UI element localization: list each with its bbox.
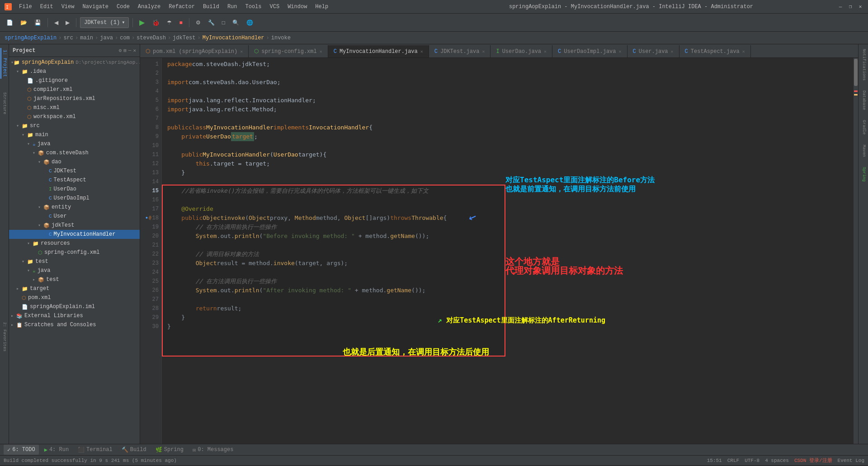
sidebar-collapse-icon[interactable]: — [128,48,132,53]
tree-item-root[interactable]: ▾ 📁 springAopExplain D:\project\springAo… [9,58,140,67]
scrollbar-thumb[interactable] [854,59,858,86]
scrollbar-vertical[interactable] [854,58,858,444]
tab-userdaoimpl[interactable]: C UserDaoImpl.java ✕ [552,45,627,57]
menu-analyze[interactable]: Analyze [134,3,164,11]
tree-item-workspace[interactable]: ⬡ workspace.xml [9,112,140,121]
right-tab-gradle[interactable]: Gradle [860,117,867,137]
tree-item-target[interactable]: ▸ 📁 target [9,284,140,293]
menu-view[interactable]: View [58,3,78,11]
status-csdn[interactable]: CSDN 登录/注册 [794,457,832,464]
tab-jdktest-close[interactable]: ✕ [482,49,485,54]
menu-vcs[interactable]: VCS [266,3,283,11]
tree-item-scratches[interactable]: ▸ 📋 Scratches and Consoles [9,320,140,329]
status-line-endings[interactable]: CRLF [727,458,739,463]
stop-button[interactable]: ■ [176,17,185,29]
close-button[interactable]: ✕ [856,3,864,11]
menu-tools[interactable]: Tools [242,3,265,11]
project-panel-icon[interactable]: 1: Project [0,48,8,79]
open-button[interactable]: 📂 [18,17,30,29]
bottom-tab-spring[interactable]: 🌿 Spring [152,445,187,455]
right-tab-spring[interactable]: Spring [860,164,867,184]
tree-item-gitignore[interactable]: 📄 .gitignore [9,76,140,85]
menu-code[interactable]: Code [113,3,133,11]
debug-button[interactable]: 🐞 [149,17,162,29]
tab-userdao[interactable]: I UserDao.java ✕ [491,45,552,57]
tree-item-ext-libs[interactable]: ▸ 📚 External Libraries [9,311,140,320]
tab-springconfig[interactable]: ⬡ spring-config.xml ✕ [249,45,328,57]
settings-button[interactable]: ⚙ [193,17,203,29]
right-tab-maven[interactable]: Maven [860,142,867,160]
menu-file[interactable]: File [15,3,36,11]
status-indent[interactable]: 4 spaces [765,458,789,463]
breadcrumb-item-src[interactable]: src [63,35,73,41]
tree-item-iml[interactable]: 📄 springAopExplain.iml [9,302,140,311]
menu-refactor[interactable]: Refactor [165,3,198,11]
tab-handler-close[interactable]: ✕ [420,49,423,54]
tree-item-pom[interactable]: ⬡ pom.xml [9,293,140,302]
menu-build[interactable]: Build [199,3,223,11]
favorites-icon[interactable]: 2: Favorites [1,320,8,353]
tab-user[interactable]: C User.java ✕ [627,45,679,57]
breadcrumb-item-invoke[interactable]: invoke [271,35,291,41]
run-with-coverage-button[interactable]: ☂ [164,17,175,29]
status-time[interactable]: 15:51 [707,458,722,463]
tree-item-springconfig[interactable]: ⬡ spring-config.xml [9,248,140,257]
tab-pom[interactable]: ⬡ pom.xml (springAopExplain) ✕ [140,45,249,57]
sidebar-close-icon[interactable]: ✕ [133,48,136,53]
tree-item-user[interactable]: C User [9,212,140,221]
breadcrumb-item-com[interactable]: com [120,35,130,41]
tree-item-test[interactable]: ▾ 📁 test [9,257,140,266]
tab-springconfig-close[interactable]: ✕ [320,49,322,54]
tree-item-test-java[interactable]: ▾ ☕ java [9,266,140,275]
run-button[interactable]: ▶ [137,17,147,29]
bottom-tab-build[interactable]: 🔨 Build [118,445,150,455]
back-button[interactable]: ◀ [52,17,61,29]
tree-item-dao[interactable]: ▾ 📦 dao [9,157,140,166]
tree-item-src[interactable]: ▾ 📁 src [9,121,140,130]
structure-icon[interactable]: Structure [1,90,8,116]
tab-user-close[interactable]: ✕ [671,49,674,54]
menu-edit[interactable]: Edit [37,3,57,11]
menu-navigate[interactable]: Navigate [79,3,112,11]
tree-item-test-test[interactable]: ▸ 📦 test [9,275,140,284]
tree-item-resources[interactable]: ▾ 📁 resources [9,239,140,248]
tree-item-userdao[interactable]: I UserDao [9,185,140,194]
tree-item-testaspect[interactable]: C TestAspect [9,176,140,185]
tab-testaspect[interactable]: C TestAspect.java ✕ [679,45,751,57]
search-everywhere-button[interactable]: 🔍 [230,17,242,29]
bottom-tab-messages[interactable]: ✉ 0: Messages [189,445,237,455]
breadcrumb-item-project[interactable]: springAopExplain [5,35,57,41]
new-file-button[interactable]: 📄 [4,17,16,29]
tab-myinvocationhandler[interactable]: C MyInvocationHandler.java ✕ [328,45,429,57]
sdk-selector[interactable]: JDKTest (1) ▾ [80,17,129,28]
window-controls[interactable]: — ❐ ✕ [836,3,864,11]
breadcrumb-item-handler[interactable]: MyInvocationHandler [203,35,264,41]
right-tab-notifications[interactable]: Notifications [860,46,867,83]
tab-userdaoimpl-close[interactable]: ✕ [619,49,622,54]
tree-item-myinvocationhandler[interactable]: C MyInvocationHandler [9,230,140,239]
tree-item-jdktest-class[interactable]: C JDKTest [9,166,140,176]
save-button[interactable]: 💾 [32,17,44,29]
menu-run[interactable]: Run [224,3,241,11]
sdk-manager-button[interactable]: 🔧 [205,17,217,29]
tree-item-jdktest-folder[interactable]: ▾ 📦 jdkTest [9,221,140,230]
tree-item-userdaoimpl[interactable]: C UserDaoImpl [9,194,140,203]
tree-item-entity[interactable]: ▾ 📦 entity [9,203,140,212]
project-structure-button[interactable]: □ [219,17,228,29]
minimize-button[interactable]: — [836,3,844,11]
tab-jdktest[interactable]: C JDKTest.java ✕ [429,45,491,57]
maximize-button[interactable]: ❐ [846,3,854,11]
tab-testaspect-close[interactable]: ✕ [742,49,745,54]
breadcrumb-item-stevedash[interactable]: steveDash [137,35,166,41]
tree-item-main[interactable]: ▾ 📁 main [9,130,140,139]
status-encoding[interactable]: UTF-8 [745,458,760,463]
code-text[interactable]: package com.steveDash.jdkTest; import co… [162,58,854,444]
menu-help[interactable]: Help [311,3,332,11]
tab-userdao-close[interactable]: ✕ [544,49,547,54]
code-editor[interactable]: 1 2 3 4 5 6 7 8 9 10 11 12 13 14 15 16 1… [140,58,858,444]
tree-item-java[interactable]: ▾ ☕ java [9,139,140,148]
tree-item-jarrepo[interactable]: ⬡ jarRepositories.xml [9,94,140,103]
menu-window[interactable]: Window [284,3,311,11]
breadcrumb-item-java[interactable]: java [100,35,113,41]
sidebar-expand-icon[interactable]: ⊞ [123,48,127,53]
